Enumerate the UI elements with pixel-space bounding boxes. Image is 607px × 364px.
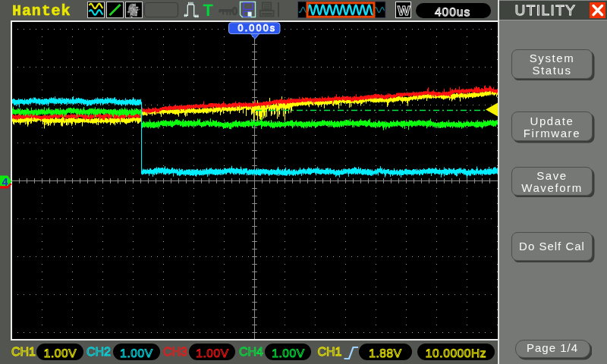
svg-text:1.88V: 1.88V <box>369 347 402 360</box>
svg-text:CH2: CH2 <box>86 346 111 359</box>
svg-text:CH4: CH4 <box>239 346 263 359</box>
svg-text:W: W <box>398 3 410 18</box>
svg-text:CH3: CH3 <box>163 346 187 359</box>
svg-text:1.00V: 1.00V <box>44 347 77 360</box>
svg-text:0.000s: 0.000s <box>238 23 277 33</box>
svg-text:1.00V: 1.00V <box>196 347 229 360</box>
svg-text:400us: 400us <box>435 6 470 19</box>
svg-text:10.0000Hz: 10.0000Hz <box>426 347 486 360</box>
svg-text:1.00V: 1.00V <box>272 347 305 360</box>
svg-text:1.00V: 1.00V <box>120 347 153 360</box>
svg-text:UTILITY: UTILITY <box>515 3 577 19</box>
svg-text:CH1: CH1 <box>318 346 342 359</box>
svg-text:CH1: CH1 <box>11 346 36 359</box>
